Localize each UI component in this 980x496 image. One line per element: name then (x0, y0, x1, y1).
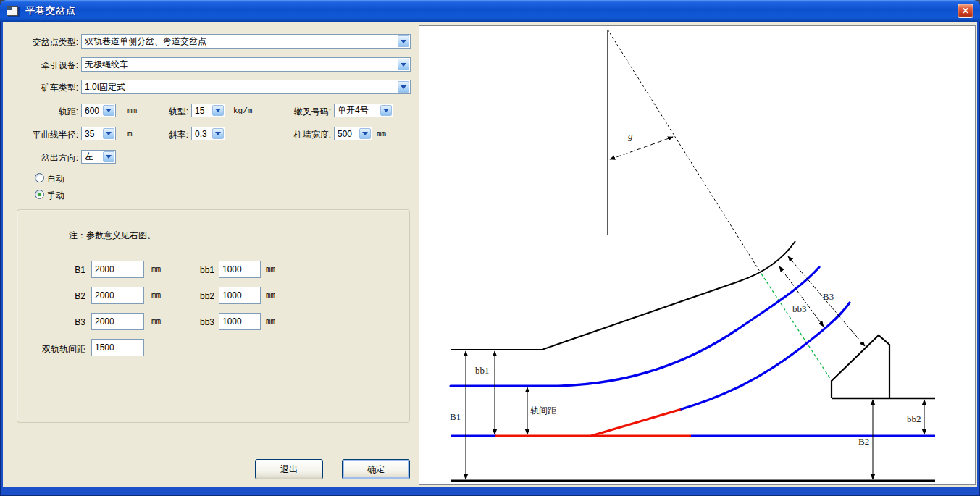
junction-type-combo[interactable]: 双轨巷道单侧分岔、弯道交岔点 (81, 34, 411, 49)
branch-direction-combo[interactable]: 左 (81, 150, 116, 164)
radio-auto-label: 自动 (47, 173, 64, 185)
window-title: 平巷交岔点 (25, 4, 76, 17)
app-icon (7, 6, 18, 16)
bb1-unit: mm (266, 265, 275, 274)
exit-button[interactable]: 退出 (255, 459, 323, 479)
combo-value: 单开4号 (335, 104, 380, 117)
radio-manual-label: 手动 (47, 190, 64, 202)
b2-unit: mm (151, 291, 161, 300)
bb3-unit: mm (266, 317, 275, 326)
slope-combo[interactable]: 0.3 (191, 127, 225, 140)
bb1-label: bb1 (178, 265, 214, 275)
combo-value: 0.3 (192, 129, 212, 139)
dim-bb1-label: bb1 (475, 365, 490, 376)
b2-input[interactable] (91, 287, 144, 304)
b3-input[interactable] (91, 313, 144, 330)
frog-number-combo[interactable]: 单开4号 (334, 104, 393, 117)
minecar-type-label: 矿车类型: (6, 82, 78, 94)
close-button[interactable]: ✕ (958, 4, 973, 18)
combo-value: 无极绳绞车 (82, 59, 397, 71)
dim-gauge-label: 轨间距 (530, 405, 556, 416)
bb3-label: bb3 (178, 317, 214, 327)
combo-value: 15 (192, 106, 212, 116)
dim-bb2-label: bb2 (907, 413, 921, 424)
top-wall (451, 241, 795, 350)
bb3-input[interactable] (219, 313, 261, 330)
dim-b3-label: B3 (823, 291, 834, 302)
chevron-down-icon[interactable] (398, 59, 409, 70)
combo-value: 双轨巷道单侧分岔、弯道交岔点 (82, 35, 397, 48)
slope-label: 斜率: (134, 129, 188, 141)
bb2-label: bb2 (178, 291, 214, 301)
double-track-spacing-input[interactable] (91, 339, 144, 356)
curve-radius-combo[interactable]: 35 (81, 127, 116, 140)
curve-radius-label: 平曲线半径: (6, 129, 78, 141)
b1-input[interactable] (91, 261, 144, 278)
combo-value: 左 (82, 151, 102, 163)
diagram-canvas: g (419, 25, 976, 485)
branch-track-blue (682, 303, 850, 409)
rail-type-unit: kg/m (233, 106, 252, 115)
ok-button[interactable]: 确定 (342, 459, 410, 479)
dialog-window: 平巷交岔点 ✕ 交岔点类型: 双轨巷道单侧分岔、弯道交岔点 牵引设备: 无极绳绞… (0, 0, 980, 496)
chevron-down-icon[interactable] (103, 105, 114, 116)
b3-label: B3 (6, 317, 85, 327)
dialog-client-area: 交岔点类型: 双轨巷道单侧分岔、弯道交岔点 牵引设备: 无极绳绞车 矿车类型: … (3, 22, 977, 487)
title-bar[interactable]: 平巷交岔点 ✕ (0, 0, 980, 22)
branch-direction-label: 岔出方向: (6, 152, 78, 164)
junction-diagram: g (419, 26, 975, 484)
combo-value: 600 (82, 106, 102, 116)
combo-value: 35 (82, 129, 102, 139)
b3-unit: mm (151, 317, 161, 326)
pillar-width-unit: mm (377, 130, 386, 138)
minecar-type-combo[interactable]: 1.0t固定式 (81, 80, 411, 94)
pillar-width-label: 柱墙宽度: (273, 129, 331, 141)
angle-label: g (628, 130, 633, 141)
rail-type-combo[interactable]: 15 (191, 104, 225, 117)
dim-b1-label: B1 (450, 411, 461, 422)
dim-b2-label: B2 (858, 436, 869, 447)
chevron-down-icon[interactable] (212, 128, 224, 139)
b1-label: B1 (6, 265, 85, 275)
chevron-down-icon[interactable] (398, 35, 409, 47)
traction-equipment-label: 牵引设备: (6, 59, 78, 72)
curve-radius-unit: m (127, 130, 133, 138)
b1-unit: mm (151, 265, 161, 274)
close-icon: ✕ (962, 6, 969, 16)
bb2-input[interactable] (219, 287, 261, 304)
angle-arc (610, 137, 673, 159)
pillar-outline (832, 335, 889, 398)
radio-manual[interactable] (35, 190, 44, 199)
combo-value: 500 (335, 129, 359, 139)
gauge-label: 轨距: (6, 106, 78, 118)
chevron-down-icon[interactable] (359, 128, 371, 139)
chevron-down-icon[interactable] (103, 128, 114, 139)
traction-equipment-combo[interactable]: 无极绳绞车 (81, 57, 411, 72)
junction-type-label: 交岔点类型: (6, 36, 78, 49)
chevron-down-icon[interactable] (380, 105, 392, 116)
bb2-unit: mm (266, 291, 275, 300)
rail-type-label: 轨型: (134, 106, 188, 118)
upper-track-blue (451, 267, 819, 386)
frog-number-label: 辙叉号码: (273, 106, 331, 118)
chevron-down-icon[interactable] (212, 105, 224, 116)
dim-bb3-label: bb3 (792, 303, 807, 314)
note-text: 注：参数意义见右图。 (69, 230, 156, 242)
gauge-combo[interactable]: 600 (81, 104, 116, 117)
pillar-width-combo[interactable]: 500 (334, 127, 372, 140)
radio-auto[interactable] (35, 173, 44, 182)
chevron-down-icon[interactable] (398, 81, 409, 93)
double-track-spacing-label: 双轨轨间距 (6, 343, 85, 356)
chevron-down-icon[interactable] (103, 151, 114, 162)
b2-label: B2 (6, 291, 85, 301)
branch-track-red (591, 409, 682, 436)
bb1-input[interactable] (219, 261, 261, 278)
combo-value: 1.0t固定式 (82, 81, 397, 93)
